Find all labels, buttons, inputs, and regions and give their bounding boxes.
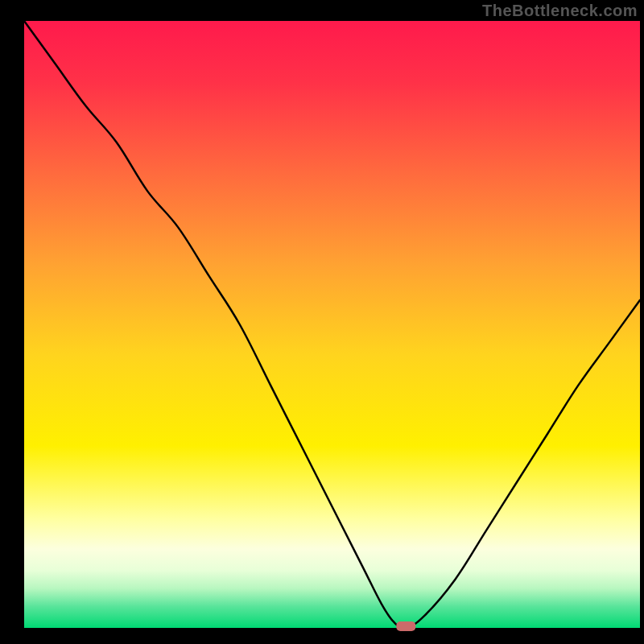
chart-frame: TheBottleneck.com [0,0,644,644]
bottleneck-chart [0,0,644,644]
watermark-text: TheBottleneck.com [482,2,638,20]
plot-background [24,21,640,628]
optimal-marker [396,621,415,631]
